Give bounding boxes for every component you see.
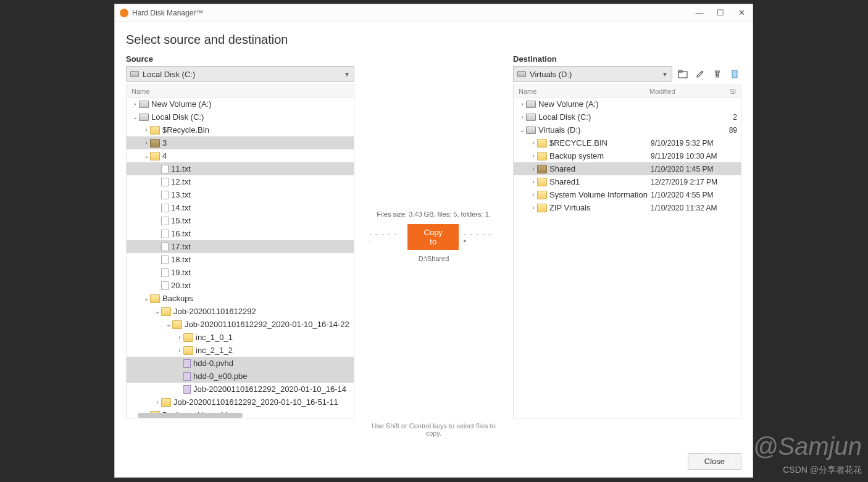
maximize-button[interactable]: ☐ — [714, 7, 727, 19]
tree-row[interactable]: 19.txt — [127, 266, 354, 279]
destination-drive-dropdown[interactable]: Virtuals (D:) — [513, 66, 672, 82]
chevron-right-icon[interactable]: › — [519, 114, 526, 120]
drive-icon — [526, 114, 536, 121]
tree-row[interactable]: ⌄Local Disk (C:) — [127, 110, 354, 123]
delete-button[interactable] — [711, 67, 724, 81]
modified-cell: 1/10/2020 4:55 PM — [651, 191, 725, 199]
col-modified[interactable]: Modified — [649, 88, 724, 95]
chevron-down-icon[interactable]: ⌄ — [143, 295, 150, 302]
tree-row[interactable]: ›ZIP Virtuals1/10/2020 11:32 AM — [514, 201, 741, 214]
chevron-right-icon[interactable]: › — [176, 334, 183, 341]
tree-row[interactable]: ›Local Disk (C:)2 — [514, 110, 741, 123]
tree-row[interactable]: ›New Volume (A:) — [514, 98, 741, 110]
tree-row[interactable]: ›System Volume Information1/10/2020 4:55… — [514, 188, 741, 201]
tree-row[interactable]: 12.txt — [127, 175, 354, 188]
svg-rect-2 — [732, 70, 737, 78]
tree-row[interactable]: hdd-0_e00.pbe — [127, 370, 354, 383]
chevron-right-icon[interactable]: › — [154, 399, 161, 405]
tree-row[interactable]: Job-202001101612292_2020-01-10_16-14 — [127, 383, 354, 396]
col-size[interactable]: Si — [724, 88, 736, 95]
tree-row-label: inc_1_0_1 — [196, 333, 350, 342]
file-icon — [183, 372, 191, 381]
chevron-right-icon[interactable]: › — [530, 165, 537, 172]
source-tree[interactable]: ›New Volume (A:)⌄Local Disk (C:)›$Recycl… — [126, 97, 354, 418]
chevron-down-icon[interactable]: ⌄ — [165, 321, 172, 328]
chevron-right-icon[interactable]: › — [530, 139, 537, 146]
chevron-right-icon[interactable]: › — [530, 178, 537, 185]
new-folder-button[interactable] — [676, 67, 690, 81]
col-name[interactable]: Name — [131, 88, 349, 95]
tree-row[interactable]: hdd-0.pvhd — [127, 357, 354, 370]
file-icon — [161, 217, 169, 225]
chevron-right-icon[interactable]: › — [143, 127, 150, 133]
col-name[interactable]: Name — [519, 88, 649, 95]
chevron-down-icon[interactable]: ⌄ — [143, 152, 150, 159]
arrow-right-icon: - - - - - ▸ — [464, 230, 498, 244]
tree-row[interactable]: ⌄4 — [127, 149, 354, 162]
file-icon — [161, 281, 169, 290]
copy-arrow-row: - - - - - - Copy to - - - - - ▸ — [369, 224, 498, 250]
tree-row[interactable]: ›inc_2_1_2 — [127, 344, 354, 357]
tree-row[interactable]: ›inc_1_0_1 — [127, 331, 354, 344]
modified-cell: 12/27/2019 2:17 PM — [651, 178, 725, 186]
tree-row-label: Shared — [549, 164, 651, 173]
source-scrollbar[interactable] — [138, 413, 243, 418]
folder-icon — [537, 204, 547, 212]
tree-row[interactable]: ›3 — [127, 136, 354, 149]
tree-row[interactable]: ›$RECYCLE.BIN9/10/2019 5:32 PM — [514, 136, 741, 149]
tree-row[interactable]: ›$Recycle.Bin — [127, 123, 354, 136]
app-icon — [120, 9, 128, 17]
drive-icon — [139, 101, 149, 108]
chevron-right-icon[interactable]: › — [519, 101, 526, 107]
tree-row[interactable]: ⌄Virtuals (D:)89 — [514, 123, 741, 136]
destination-panel: Destination Virtuals (D:) — [513, 54, 741, 418]
tree-row-label: 20.txt — [171, 281, 350, 290]
tree-row[interactable]: ›Shared1/10/2020 1:45 PM — [514, 162, 741, 175]
panels: Source Local Disk (C:) Name ›New Volume … — [126, 54, 741, 418]
tree-row[interactable]: 20.txt — [127, 279, 354, 292]
tree-row-label: 17.txt — [171, 242, 350, 251]
tree-row[interactable]: 17.txt — [127, 240, 354, 253]
close-button[interactable]: Close — [688, 453, 741, 470]
chevron-right-icon[interactable]: › — [530, 204, 537, 211]
size-cell: 89 — [725, 126, 737, 135]
chevron-down-icon[interactable]: ⌄ — [519, 127, 526, 133]
folder-icon — [537, 152, 547, 160]
tree-row[interactable]: 14.txt — [127, 201, 354, 214]
close-window-button[interactable]: ✕ — [735, 7, 748, 19]
footer: Close — [115, 448, 753, 477]
copy-to-button[interactable]: Copy to — [407, 224, 459, 250]
tree-row[interactable]: 18.txt — [127, 253, 354, 266]
tree-row[interactable]: ⌄Job-202001101612292 — [127, 305, 354, 318]
page-title: Select source and destination — [126, 33, 741, 47]
source-drive-dropdown[interactable]: Local Disk (C:) — [126, 66, 354, 82]
tree-row[interactable]: 13.txt — [127, 188, 354, 201]
chevron-right-icon[interactable]: › — [530, 152, 537, 159]
tree-row[interactable]: 11.txt — [127, 162, 354, 175]
tree-row[interactable]: 15.txt — [127, 214, 354, 227]
chevron-down-icon[interactable]: ⌄ — [154, 308, 161, 315]
chevron-right-icon[interactable]: › — [131, 101, 139, 107]
tree-row[interactable]: ›Shared112/27/2019 2:17 PM — [514, 175, 741, 188]
folder-icon — [150, 139, 160, 148]
tree-row-label: Job-202001101612292_2020-01-10_16-14 — [193, 384, 350, 394]
tree-row[interactable]: 16.txt — [127, 227, 354, 240]
tree-row[interactable]: ›Job-202001101612292_2020-01-10_16-51-11 — [127, 396, 354, 409]
minimize-button[interactable]: — — [693, 7, 706, 19]
chevron-right-icon[interactable]: › — [143, 139, 150, 146]
chevron-down-icon[interactable]: ⌄ — [131, 114, 139, 120]
folder-icon — [172, 320, 182, 329]
chevron-right-icon[interactable]: › — [530, 191, 537, 198]
tree-row-label: $RECYCLE.BIN — [549, 138, 651, 148]
destination-tree[interactable]: ›New Volume (A:)›Local Disk (C:)2⌄Virtua… — [513, 97, 741, 418]
file-icon — [161, 230, 169, 238]
tree-row[interactable]: ›New Volume (A:) — [127, 98, 354, 110]
tree-row-label: Backup system — [549, 151, 651, 160]
properties-button[interactable] — [728, 67, 741, 81]
chevron-right-icon[interactable]: › — [176, 347, 183, 354]
tree-row[interactable]: ⌄Job-202001101612292_2020-01-10_16-14-22 — [127, 318, 354, 331]
tree-row[interactable]: ›Backup system9/11/2019 10:30 AM — [514, 149, 741, 162]
tree-row[interactable]: ⌄Backups — [127, 292, 354, 305]
rename-button[interactable] — [693, 67, 707, 81]
destination-label: Destination — [513, 54, 741, 64]
